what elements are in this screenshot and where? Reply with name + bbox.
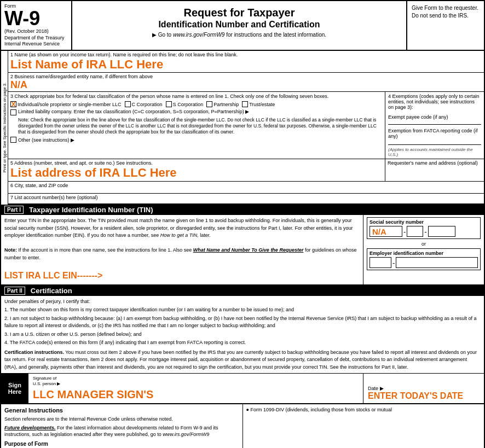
what-name: What Name and Number To Give the Request… [193,247,304,253]
s-corp-checkbox-box[interactable] [166,101,172,107]
future-dev: Future developments. For the latest info… [4,424,239,438]
partnership-checkbox-box[interactable] [206,101,212,107]
department: Department of the Treasury [4,35,68,42]
ein-field1[interactable] [369,257,391,268]
date-area: Date ▶ ENTER TODAY'S DATE [363,374,484,403]
part1-right: Social security number N/A - - or Employ… [363,215,484,284]
irs-label: Internal Revenue Service [4,41,68,48]
line5-row: 5 Address (number, street, and apt. or s… [8,159,484,182]
gen-left: General Instructions Section references … [1,404,243,448]
line5-value: List address of IRA LLC Here [10,166,383,180]
c-corp-checkbox-box[interactable] [125,101,131,107]
goto-suffix: for instructions and the latest informat… [224,32,326,38]
us-person-label: U.S. person ▶ [33,381,60,386]
line5-left: 5 Address (number, street, and apt. or s… [8,159,385,181]
checkbox-trust: Trust/estate [242,101,275,107]
sig-label-text: Signature of [33,376,56,381]
checkbox-s-corp: S Corporation [166,101,204,107]
llc-label: Limited liability company. Enter the tax… [18,109,249,114]
exempt-payee-line [388,124,481,125]
body-text2: later. [199,232,211,238]
exempt-payee-label: Exempt payee code (if any) [388,114,481,120]
s-corp-label: S Corporation [173,102,204,107]
partnership-label: Partnership [213,102,239,107]
goto-prefix: ▶ Go to [152,32,173,38]
requesters-box: Requester's name and address (optional) [385,159,484,181]
form-fields-container: 1 Name (as shown on your income tax retu… [8,51,484,205]
under-penalties: Under penalties of perjury, I certify th… [4,298,481,306]
header-center: Request for Taxpayer Identification Numb… [72,1,407,50]
checkboxes-row: X Individual/sole proprietor or single-m… [10,101,383,107]
rev-date: (Rev. October 2018) [4,28,68,35]
w9-form: Form W-9 (Rev. October 2018) Department … [0,0,485,448]
llc-checkbox-box[interactable] [10,109,16,115]
here-word: Here [8,388,21,395]
exemptions-label: 4 Exemptions (codes apply only to certai… [388,94,481,110]
cert-item2: 2. I am not subject to backup withholdin… [4,315,481,330]
goto-link: www.irs.gov/FormW9 [173,32,224,38]
part2-title: Certification [31,287,72,295]
line7-label: 7 List account number(s) here (optional) [10,195,482,200]
sign-value: LLC MANAGER SIGN'S [33,388,359,401]
part2-label: Part II [4,287,25,295]
fatca-label: Exemption from FATCA reporting code (if … [388,128,481,139]
ssn-field1[interactable]: N/A [369,226,402,237]
checkbox-partnership: Partnership [206,101,239,107]
date-label: Date ▶ [368,386,480,391]
line7-row: 7 List account number(s) here (optional) [8,194,484,205]
x-mark-individual: X [11,101,16,108]
other-checkbox-box[interactable] [10,137,16,143]
general-instructions: General Instructions Section references … [1,404,484,448]
line3-label: 3 Check appropriate box for federal tax … [10,94,383,99]
signature-area: Signature of U.S. person ▶ LLC MANAGER S… [28,374,363,403]
individual-checkbox-box[interactable]: X [10,101,16,107]
side-label: Print or type. See Specific Instructions… [1,51,8,205]
ssn-dash2: - [424,228,426,236]
ein-dash: - [392,259,395,267]
w9-title: W-9 [4,9,68,28]
llc-row: Limited liability company. Enter the tax… [10,109,383,115]
ssn-box: Social security number N/A - - [367,217,481,239]
line1-value: List Name of IRA LLC Here [10,57,482,72]
line5-label: 5 Address (number, street, and apt. or s… [10,160,383,166]
main-title: Request for Taxpayer [78,5,401,20]
goto-line: ▶ Go to www.irs.gov/FormW9 for instructi… [78,32,401,38]
line2-row: 2 Business name/disregarded entity name,… [8,73,484,92]
ssn-label: Social security number [369,219,478,225]
ein-field2[interactable] [396,257,478,268]
side-label-text: Print or type. See Specific Instructions… [1,82,8,173]
requesters-label: Requester's name and address (optional) [388,160,478,166]
line6-label: 6 City, state, and ZIP code [10,183,482,188]
checkbox-individual: X Individual/sole proprietor or single-m… [10,101,122,107]
sign-word: Sign [8,382,21,388]
give-form-text: Give Form to the requester. Do not send … [412,5,478,19]
ein-arrow-label: LIST IRA LLC EIN-------> [4,271,102,280]
cert-instructions: Certification instructions. You must cro… [4,349,481,371]
gen-right-title: ● Form 1099-DIV (dividends, including th… [246,406,481,414]
ssn-field3[interactable] [428,226,455,237]
llc-note: Note: Check the appropriate box in the l… [18,117,383,135]
note-text: If the account is in more than one name,… [17,247,193,253]
cert-item4: 4. The FATCA code(s) entered on this for… [4,339,481,347]
cert-item1: 1. The number shown on this form is my c… [4,306,481,314]
sub-title: Identification Number and Certification [78,20,401,30]
gen-title: General Instructions [4,406,239,415]
cert-instructions-text: You must cross out item 2 above if you h… [4,350,477,370]
individual-label: Individual/sole proprietor or single-mem… [18,102,122,107]
cert-item3: 3. I am a U.S. citizen or other U.S. per… [4,331,481,339]
ssn-value: N/A [372,227,386,236]
sign-here-row: Sign Here Signature of U.S. person ▶ LLC… [1,374,484,404]
purpose-title: Purpose of Form [4,440,239,448]
cert-instructions-label: Certification instructions. [4,350,64,355]
line1-row: 1 Name (as shown on your income tax retu… [8,51,484,73]
ssn-fields: N/A - - [369,226,478,237]
part1-label: Part I [4,206,24,214]
line3-left: 3 Check appropriate box for federal tax … [8,92,385,159]
future-link: www.irs.gov/FormW9 [163,432,209,437]
ssn-field2[interactable] [407,226,423,237]
trust-checkbox-box[interactable] [242,101,248,107]
part2-header: Part II Certification [1,286,484,296]
checkbox-c-corp: C Corporation [125,101,163,107]
line6-row: 6 City, state, and ZIP code [8,182,484,194]
how-to-get: How to get a TIN, [160,232,199,238]
